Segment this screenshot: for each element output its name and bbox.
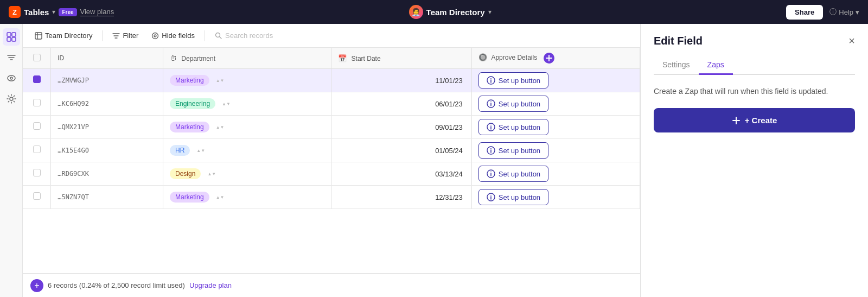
row-department-cell: Engineering ▲▼ [163,92,331,116]
row-id-value: …QMX21VP [51,118,163,136]
upgrade-plan-link[interactable]: Upgrade plan [189,281,232,289]
row-approve-cell: Set up button [471,162,640,186]
tab-settings[interactable]: Settings [654,56,699,75]
setup-btn-label: Set up button [499,147,540,155]
sidebar-item-view[interactable] [3,69,20,87]
svg-point-9 [8,75,15,81]
row-checkbox-cell [23,139,51,162]
setup-button[interactable]: Set up button [478,142,548,159]
app-logo[interactable]: Z Tables ▾ Free View plans [9,6,114,18]
header-start-date: 📅 Start Date [331,48,472,69]
sort-arrows[interactable]: ▲▼ [222,102,231,106]
row-checkbox[interactable] [33,192,41,200]
toolbar: Team Directory Filter Hide fields [23,24,640,48]
row-department-value: Marketing ▲▼ [163,69,331,91]
add-row-button[interactable]: + [30,279,43,292]
share-button[interactable]: Share [786,5,823,20]
panel-header: Edit Field × [654,35,855,47]
table-avatar: 🧑‍💼 [409,5,423,19]
create-zap-button[interactable]: + Create [654,108,855,132]
row-id-value: …K15E4G0 [51,141,163,160]
view-plans-link[interactable]: View plans [80,8,114,16]
setup-button[interactable]: Set up button [478,189,548,205]
toolbar-table-name: Team Directory [45,31,92,40]
sort-arrows[interactable]: ▲▼ [207,172,216,176]
header-id: ID [51,48,163,69]
sort-arrows[interactable]: ▲▼ [216,125,225,130]
tab-settings-label: Settings [662,60,690,69]
svg-point-11 [10,97,13,100]
sort-arrows[interactable]: ▲▼ [216,78,225,83]
sidebar-item-filter[interactable] [3,49,20,66]
main-layout: Team Directory Filter Hide fields [0,24,868,297]
help-button[interactable]: ⓘ Help ▾ [829,7,859,17]
svg-point-33 [490,148,492,149]
row-checkbox[interactable] [33,75,41,83]
info-circle-icon [487,169,495,178]
table-title-area[interactable]: 🧑‍💼 Team Directory ▾ [409,5,492,19]
row-id-value: …ZMVWGJP [51,71,163,90]
row-approve-cell: Set up button [471,186,640,209]
row-date-value: 03/13/24 [331,165,471,184]
row-department-cell: HR ▲▼ [163,139,331,162]
info-circle-icon [487,193,495,201]
svg-point-27 [490,102,492,103]
setup-button[interactable]: Set up button [478,119,548,135]
department-badge: Marketing [170,122,209,132]
row-department-value: Engineering ▲▼ [163,93,331,115]
select-all-checkbox[interactable] [33,54,41,61]
setup-button[interactable]: Set up button [478,166,548,182]
row-checkbox[interactable] [33,169,41,176]
row-date-value: 12/31/23 [331,188,471,207]
app-name: Tables [24,8,49,17]
info-circle-icon [487,76,495,85]
table-name-button[interactable]: Team Directory [29,29,98,42]
search-placeholder-text: Search records [225,31,273,40]
close-panel-button[interactable]: × [848,35,855,47]
row-department-value: Marketing ▲▼ [163,116,331,138]
hide-fields-button[interactable]: Hide fields [146,29,200,42]
row-date-cell: 09/01/23 [331,116,472,139]
plus-icon [732,116,741,125]
svg-rect-12 [35,33,42,39]
table-row: …RDG9CXK Design ▲▼ 03/13/24 Set [23,162,640,186]
row-id-value: …KC6HQ92 [51,94,163,113]
row-approve-cell: Set up button [471,69,640,92]
toolbar-divider-2 [205,30,205,41]
row-checkbox[interactable] [33,99,41,106]
tab-zaps[interactable]: Zaps [699,56,733,75]
filter-sidebar-icon [7,53,16,62]
row-department-value: HR ▲▼ [163,140,331,161]
row-checkbox[interactable] [33,146,41,153]
svg-text:Z: Z [12,8,17,16]
row-id-cell: …ZMVWGJP [51,69,163,92]
approve-details-header-icon: 🔘 [478,53,487,61]
row-department-value: Marketing ▲▼ [163,186,331,208]
row-checkbox[interactable] [33,122,41,130]
search-area[interactable]: Search records [209,29,278,42]
topbar-right: Share ⓘ Help ▾ [786,5,859,20]
sort-arrows[interactable]: ▲▼ [196,148,205,153]
svg-point-39 [490,195,492,196]
search-icon [215,32,222,39]
sidebar-item-grid[interactable] [3,28,20,46]
table-body: …ZMVWGJP Marketing ▲▼ 11/01/23 S [23,69,640,209]
table-footer: + 6 records (0.24% of 2,500 record limit… [23,273,640,297]
gear-sidebar-icon [7,94,16,104]
filter-button[interactable]: Filter [107,29,144,42]
row-date-cell: 11/01/23 [331,69,472,92]
table-title-caret-icon: ▾ [488,8,492,16]
department-header-label: Department [181,55,215,62]
setup-button[interactable]: Set up button [478,96,548,112]
start-date-header-label: Start Date [352,55,381,62]
setup-button[interactable]: Set up button [478,72,548,89]
svg-point-36 [490,172,492,173]
info-circle-icon [487,146,495,155]
sidebar-item-settings[interactable] [3,90,20,108]
add-column-button[interactable] [543,54,555,61]
row-id-cell: …5NZN7QT [51,186,163,209]
sort-arrows[interactable]: ▲▼ [216,195,225,200]
department-badge: Engineering [170,98,215,109]
panel-title: Edit Field [654,35,703,47]
row-date-cell: 03/13/24 [331,162,472,186]
